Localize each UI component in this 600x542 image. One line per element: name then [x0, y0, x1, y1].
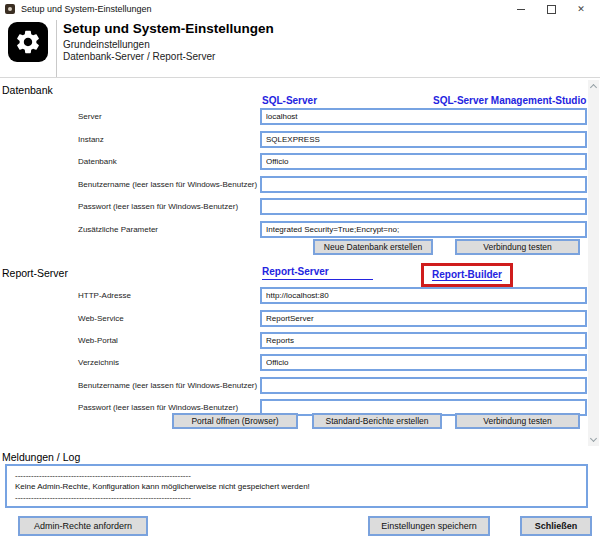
web-service-input[interactable]: [260, 310, 587, 327]
db-passwort-input[interactable]: [260, 198, 587, 215]
section-title-datenbank: Datenbank: [2, 84, 53, 96]
log-line-separator-bottom: ----------------------------------------…: [15, 492, 586, 503]
page-subtitle-2: Datenbank-Server / Report-Server: [63, 51, 215, 62]
server-input[interactable]: [260, 108, 587, 125]
label-db-benutzername: Benutzername (leer lassen für Windows-Be…: [78, 180, 257, 189]
close-window-button[interactable]: ✕: [566, 0, 596, 18]
rs-verbindung-testen-button[interactable]: Verbindung testen: [455, 413, 580, 429]
vertical-scrollbar[interactable]: [588, 80, 599, 446]
gear-icon: [8, 22, 48, 62]
label-db-passwort: Passwort (leer lassen für Windows-Benutz…: [78, 202, 238, 211]
window-title: Setup und System-Einstellungen: [21, 4, 152, 14]
portal-oeffnen-button[interactable]: Portal öffnen (Browser): [172, 413, 298, 429]
link-sql-server[interactable]: SQL-Server: [262, 95, 385, 109]
label-zusaetzliche-parameter: Zusätzliche Parameter: [78, 225, 158, 234]
label-server: Server: [78, 112, 102, 121]
label-http-adresse: HTTP-Adresse: [78, 291, 131, 300]
instanz-input[interactable]: [260, 131, 587, 148]
db-benutzername-input[interactable]: [260, 176, 587, 193]
page-title: Setup und System-Einstellungen: [63, 21, 274, 36]
minimize-button[interactable]: [506, 0, 536, 18]
http-adresse-input[interactable]: [260, 287, 587, 304]
highlight-box-report-builder: Report-Builder: [421, 263, 513, 287]
maximize-icon: [547, 5, 556, 14]
verzeichnis-input[interactable]: [260, 354, 587, 371]
link-sql-server-management-studio[interactable]: SQL-Server Management-Studio: [433, 95, 586, 109]
link-report-builder[interactable]: Report-Builder: [432, 269, 502, 281]
label-rs-passwort: Passwort (leer lassen für Windows-Benutz…: [78, 403, 238, 412]
log-output[interactable]: ----------------------------------------…: [5, 464, 588, 508]
label-web-service: Web-Service: [78, 314, 124, 323]
label-rs-benutzername: Benutzername (leer lassen für Windows-Be…: [78, 381, 257, 390]
link-report-server[interactable]: Report-Server: [262, 266, 373, 280]
log-line-message: Keine Admin-Rechte, Konfiguration kann m…: [15, 481, 586, 492]
window-controls: ✕: [506, 0, 596, 18]
header-divider-horizontal: [0, 77, 600, 78]
schliessen-button[interactable]: Schließen: [520, 516, 592, 536]
datenbank-input[interactable]: [260, 153, 587, 170]
admin-rechte-anfordern-button[interactable]: Admin-Rechte anfordern: [18, 516, 148, 536]
close-icon: ✕: [577, 5, 585, 14]
einstellungen-speichern-button[interactable]: Einstellungen speichern: [368, 516, 490, 536]
zusaetzliche-parameter-input[interactable]: [260, 221, 587, 238]
label-verzeichnis: Verzeichnis: [78, 358, 119, 367]
section-title-meldungen-log: Meldungen / Log: [2, 451, 80, 463]
app-window: Setup und System-Einstellungen ✕ Setup u…: [0, 0, 600, 542]
standard-berichte-erstellen-button[interactable]: Standard-Berichte erstellen: [312, 413, 442, 429]
log-line-separator-top: ----------------------------------------…: [15, 470, 586, 481]
minimize-icon: [517, 9, 525, 10]
scroll-down-icon[interactable]: [590, 435, 597, 442]
scroll-up-icon[interactable]: [590, 84, 597, 91]
label-web-portal: Web-Portal: [78, 336, 118, 345]
titlebar: Setup und System-Einstellungen ✕: [0, 0, 600, 18]
app-icon: [5, 4, 15, 14]
web-portal-input[interactable]: [260, 332, 587, 349]
header-divider-vertical: [56, 20, 57, 77]
maximize-button[interactable]: [536, 0, 566, 18]
label-instanz: Instanz: [78, 135, 104, 144]
page-subtitle-1: Grundeinstellungen: [63, 39, 150, 50]
db-verbindung-testen-button[interactable]: Verbindung testen: [455, 239, 580, 255]
label-datenbank: Datenbank: [78, 157, 117, 166]
neue-datenbank-erstellen-button[interactable]: Neue Datenbank erstellen: [313, 239, 433, 255]
section-title-report-server: Report-Server: [2, 267, 68, 279]
rs-benutzername-input[interactable]: [260, 377, 587, 394]
